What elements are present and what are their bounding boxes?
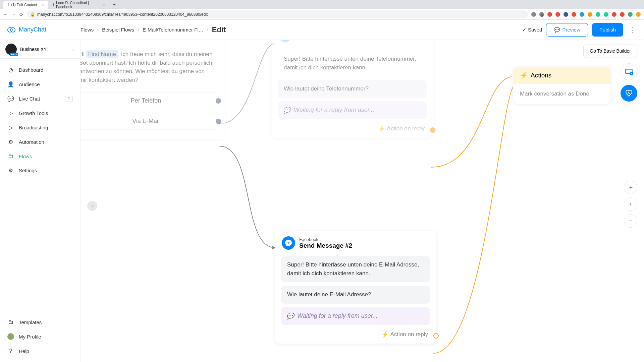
waiting-reply: 💬 Waiting for a reply from user...: [281, 307, 430, 325]
ext-icon[interactable]: [604, 12, 608, 17]
nav: ◔Dashboard 👤Audience 💬Live Chat1 ▷Growth…: [0, 59, 80, 315]
browser-tab[interactable]: f Leon R. Chaudhari | Facebook ×: [49, 1, 109, 9]
card-title: Send Message #2: [299, 242, 352, 249]
nav-bottom: 🗀Templates My Profile ?Help: [0, 315, 80, 362]
menu-icon[interactable]: [636, 12, 641, 17]
variable-token[interactable]: First Name: [86, 50, 118, 58]
flow-card-send-message[interactable]: Send Message Hi First Name, ich freue mi…: [80, 40, 225, 139]
action-on-reply[interactable]: ⚡ Action on reply: [272, 123, 433, 138]
nav-label: Help: [19, 348, 29, 354]
nav-label: My Profile: [19, 334, 41, 340]
nav-templates[interactable]: 🗀Templates: [0, 315, 80, 329]
preview-icon: 💬: [554, 27, 560, 33]
ext-icon[interactable]: [547, 12, 552, 17]
zoom-in-button[interactable]: +: [624, 197, 637, 211]
bolt-icon: ⚡: [378, 125, 385, 132]
nav-broadcasting[interactable]: ▷Broadcasting: [0, 120, 80, 135]
nav-settings[interactable]: ⚙Settings: [0, 163, 80, 178]
connector-dot[interactable]: [430, 127, 435, 133]
fit-button[interactable]: ✦: [624, 181, 637, 194]
ext-icon[interactable]: [612, 12, 616, 17]
saved-label: Saved: [528, 27, 542, 33]
logo-icon: [7, 25, 16, 35]
nav-label: Audience: [19, 81, 40, 87]
actions-card[interactable]: ⚡ Actions Mark conversation as Done: [513, 67, 610, 104]
back-icon[interactable]: ←: [3, 12, 8, 17]
question-bubble[interactable]: Wie lautet deine Telefonnummer?: [278, 80, 427, 98]
nav-audience[interactable]: 👤Audience: [0, 77, 80, 92]
close-icon[interactable]: ×: [42, 2, 44, 7]
flow-card-send-message-2[interactable]: Facebook Send Message #2 Super! Bitte hi…: [275, 231, 436, 344]
breadcrumb-item[interactable]: E-Mail/Telefonnummer Fl…: [143, 27, 204, 33]
business-avatar: PRO: [5, 44, 17, 55]
close-icon[interactable]: ×: [103, 2, 105, 7]
logo[interactable]: ManyChat: [7, 25, 74, 35]
address-bar: ← → ⟳ 🔒 manychat.com/fb181039443240830​9…: [0, 9, 644, 20]
option-per-telefon[interactable]: Per Telefon: [80, 92, 219, 109]
zoom-controls: ✦ + −: [624, 181, 637, 228]
forward-icon: →: [11, 12, 16, 17]
publish-button[interactable]: Publish: [592, 23, 623, 37]
message-text[interactable]: Super! Bitte hinterlasse unten deine Tel…: [278, 50, 427, 76]
actions-title: Actions: [531, 72, 551, 79]
add-node-button[interactable]: +: [621, 63, 637, 80]
connector-dot[interactable]: [433, 333, 439, 339]
message-text[interactable]: Super! Bitte hinterlasse unten deine E-M…: [281, 256, 430, 282]
breadcrumb-item[interactable]: Flows: [80, 27, 94, 33]
chat-icon: 💬: [7, 96, 14, 102]
svg-point-1: [10, 27, 15, 32]
flow-card-send-message-1[interactable]: ✉ Send Message #1 Select the next step o…: [272, 40, 433, 138]
url-input[interactable]: 🔒 manychat.com/fb181039443240830​9/cms/f…: [27, 10, 528, 18]
ext-icon[interactable]: [531, 12, 536, 17]
nav-automation[interactable]: ⚙Automation: [0, 135, 80, 149]
bolt-icon: ⚡: [520, 71, 528, 79]
basic-builder-button[interactable]: Go To Basic Builder: [583, 45, 637, 57]
gear-icon: ⚙: [7, 167, 14, 174]
avatar-icon[interactable]: [628, 12, 633, 17]
user-icon: 👤: [7, 81, 14, 87]
bolt-icon: ⚡: [381, 331, 388, 338]
breadcrumb-item[interactable]: Beispiel Flows: [102, 27, 134, 33]
nav-profile[interactable]: My Profile: [0, 329, 80, 344]
preview-button[interactable]: 💬 Preview: [546, 23, 588, 37]
sidebar: PRO Business XY ⌄ ◔Dashboard 👤Audience 💬…: [0, 40, 80, 362]
nav-dashboard[interactable]: ◔Dashboard: [0, 63, 80, 77]
nav-help[interactable]: ?Help: [0, 344, 80, 358]
tab-title: (1) Edit Content: [11, 3, 37, 7]
breadcrumb-current: Edit: [212, 25, 226, 34]
card-header: Send Message: [80, 40, 225, 42]
browser-tabs: 1 (1) Edit Content × f Leon R. Chaudhari…: [0, 0, 644, 9]
collapse-button[interactable]: ›: [87, 201, 97, 211]
browser-tab-active[interactable]: 1 (1) Edit Content ×: [3, 1, 48, 9]
question-bubble[interactable]: Wie lautet deine E-Mail Adresse?: [281, 286, 430, 304]
text-pre: Hi: [80, 51, 86, 57]
ext-icon[interactable]: [596, 12, 600, 17]
ext-icon[interactable]: [555, 12, 560, 17]
ext-icon[interactable]: ☆: [539, 12, 544, 17]
new-tab-button[interactable]: +: [110, 1, 118, 9]
nav-flows[interactable]: 🗀Flows: [0, 149, 80, 163]
zoom-out-button[interactable]: −: [624, 214, 637, 228]
canvas[interactable]: Go To Basic Builder + ✦ + − › Send Messa…: [80, 40, 644, 362]
help-fab[interactable]: [621, 85, 637, 102]
chevron-right-icon: ›: [207, 27, 209, 33]
actions-body[interactable]: Mark conversation as Done: [513, 84, 610, 104]
svg-point-0: [8, 27, 12, 32]
action-label: Action on reply: [390, 331, 428, 338]
nav-livechat[interactable]: 💬Live Chat1: [0, 92, 80, 106]
logo-text: ManyChat: [19, 26, 46, 33]
ext-icon[interactable]: [564, 12, 568, 17]
kebab-menu[interactable]: ⋮: [627, 25, 637, 35]
action-on-reply[interactable]: ⚡ Action on reply: [275, 328, 436, 344]
business-selector[interactable]: PRO Business XY ⌄: [0, 40, 80, 59]
option-via-email[interactable]: Via E-Mail: [80, 113, 219, 130]
ext-icon[interactable]: [572, 12, 576, 17]
reload-icon[interactable]: ⟳: [19, 12, 23, 17]
ext-icon[interactable]: [580, 12, 584, 17]
help-icon: ?: [7, 348, 14, 354]
extension-icons: ☆: [531, 12, 641, 17]
ext-icon[interactable]: [620, 12, 625, 17]
ext-icon[interactable]: [588, 12, 592, 17]
nav-growth[interactable]: ▷Growth Tools: [0, 106, 80, 120]
message-text[interactable]: Hi First Name, ich freue mich sehr, dass…: [80, 45, 219, 89]
